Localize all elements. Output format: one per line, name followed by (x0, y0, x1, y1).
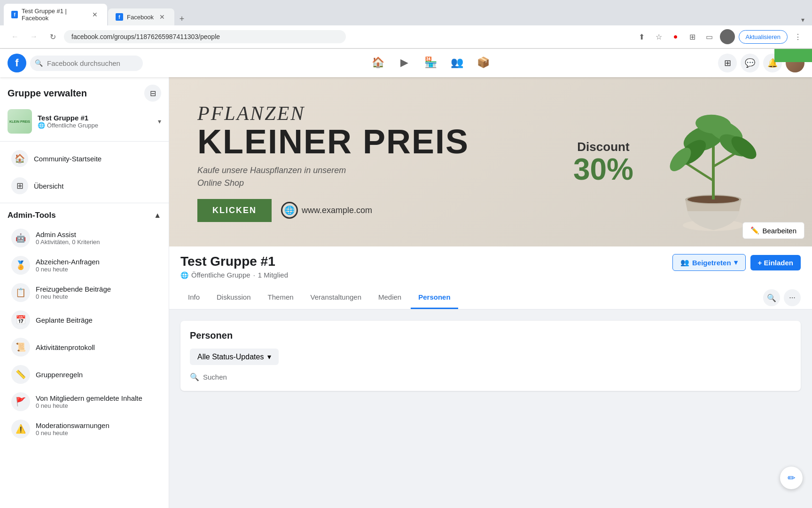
admin-tool-warnings[interactable]: ⚠️ Moderationswarnungen 0 neu heute (4, 416, 165, 442)
admin-assist-info: Admin Assist 0 Aktivitäten, 0 Kriterien (36, 230, 100, 246)
group-header-left: Test Gruppe #1 🌐 Öffentliche Gruppe · 1 … (180, 254, 288, 279)
website-link[interactable]: 🌐 www.example.com (281, 202, 372, 219)
admin-tool-rules[interactable]: 📏 Gruppenregeln (4, 361, 165, 388)
facebook-topnav: f 🔍 🏠 ▶ 🏪 👥 📦 ⊞ 💬 🔔 (0, 49, 812, 77)
messenger-icon[interactable]: 💬 (741, 54, 759, 72)
reported-label: Von Mitgliedern gemeldete Inhalte (36, 394, 142, 402)
gaming-nav-icon[interactable]: 📦 (472, 51, 494, 75)
sidebar-item-community[interactable]: 🏠 Community-Startseite (4, 145, 165, 172)
tab-2-close[interactable]: ✕ (157, 12, 167, 22)
forward-button[interactable]: → (26, 29, 41, 44)
group-header-row: Test Gruppe #1 🌐 Öffentliche Gruppe · 1 … (180, 254, 801, 279)
extensions-icon-2[interactable]: ⊞ (686, 30, 699, 43)
posts-info: Freizugebende Beiträge 0 neu heute (36, 285, 111, 300)
reported-info: Von Mitgliedern gemeldete Inhalte 0 neu … (36, 394, 142, 409)
joined-button[interactable]: 👥 Beigetreten ▾ (672, 254, 746, 271)
cover-area: PFLANZEN KLEINER PREIS Kaufe unsere Haus… (169, 77, 812, 246)
tab-bar: f Test Gruppe #1 | Facebook ✕ f Facebook… (0, 0, 812, 25)
globe-meta-icon: 🌐 (180, 271, 188, 279)
facebook-logo[interactable]: f (8, 54, 26, 72)
reload-button[interactable]: ↻ (45, 29, 60, 44)
share-icon[interactable]: ⬆ (635, 30, 648, 43)
split-view-icon[interactable]: ▭ (703, 30, 716, 43)
search-input[interactable] (30, 56, 143, 71)
back-button[interactable]: ← (8, 29, 23, 44)
cover-subtitle: Kaufe unsere Hauspflanzen in unseremOnli… (197, 164, 554, 190)
admin-tools-header[interactable]: Admin-Tools ▲ (0, 207, 169, 224)
cover-content: PFLANZEN KLEINER PREIS Kaufe unsere Haus… (169, 77, 812, 246)
filter-dropdown[interactable]: Alle Status-Updates ▾ (190, 349, 279, 365)
tab-1[interactable]: f Test Gruppe #1 | Facebook ✕ (4, 4, 107, 25)
bookmark-icon[interactable]: ☆ (652, 30, 665, 43)
badges-label: Abzeichen-Anfragen (36, 258, 100, 266)
personen-search[interactable]: 🔍 Suchen (190, 373, 791, 381)
cover-buttons: KLICKEN 🌐 www.example.com (197, 199, 554, 222)
admin-tool-scheduled[interactable]: 📅 Geplante Beiträge (4, 307, 165, 333)
admin-tool-assist[interactable]: 🤖 Admin Assist 0 Aktivitäten, 0 Kriterie… (4, 225, 165, 251)
posts-label: Freizugebende Beiträge (36, 285, 111, 293)
tab-search-button[interactable]: 🔍 (763, 289, 780, 306)
compose-button[interactable]: ✏ (780, 467, 803, 489)
group-dropdown-arrow[interactable]: ▾ (158, 118, 161, 125)
admin-tools-toggle-icon: ▲ (154, 211, 161, 220)
new-tab-button[interactable]: + (175, 12, 188, 25)
filter-label: Alle Status-Updates (197, 353, 264, 361)
tab-themen[interactable]: Themen (260, 286, 301, 309)
klicken-button[interactable]: KLICKEN (197, 199, 272, 222)
home-nav-icon[interactable]: 🏠 (367, 51, 389, 75)
admin-assist-label: Admin Assist (36, 230, 100, 238)
browser-profile[interactable] (720, 29, 735, 44)
tab-more-button[interactable]: ··· (784, 289, 801, 306)
admin-tool-posts[interactable]: 📋 Freizugebende Beiträge 0 neu heute (4, 279, 165, 306)
admin-assist-sublabel: 0 Aktivitäten, 0 Kriterien (36, 238, 100, 246)
personen-section: Personen Alle Status-Updates ▾ 🔍 Suchen (169, 310, 812, 402)
group-header-right: 👥 Beigetreten ▾ + Einladen (672, 254, 801, 271)
sidebar-panel-toggle[interactable]: ⊟ (144, 85, 161, 102)
video-nav-icon[interactable]: ▶ (393, 51, 415, 75)
scheduled-icon: 📅 (11, 310, 30, 329)
group-info: Test Gruppe #1 🌐 Öffentliche Gruppe (38, 114, 152, 129)
extensions-icon-1[interactable]: ● (669, 30, 682, 43)
divider-2 (0, 203, 169, 203)
reported-sublabel: 0 neu heute (36, 402, 142, 409)
pencil-icon: ✏️ (750, 226, 759, 235)
cover-title-big: KLEINER PREIS (197, 125, 554, 159)
tab-list-button[interactable]: ▾ (797, 14, 808, 25)
overview-icon: ⊞ (11, 177, 28, 194)
tab-2[interactable]: f Facebook ✕ (108, 8, 174, 25)
reported-icon: 🚩 (11, 392, 30, 411)
group-selector[interactable]: KLEIN PREIS Test Gruppe #1 🌐 Öffentliche… (0, 105, 169, 137)
admin-tool-badges[interactable]: 🏅 Abzeichen-Anfragen 0 neu heute (4, 252, 165, 278)
sidebar: Gruppe verwalten ⊟ KLEIN PREIS Test Grup… (0, 77, 169, 508)
edit-cover-button[interactable]: ✏️ Bearbeiten (742, 222, 804, 239)
group-meta: 🌐 Öffentliche Gruppe · 1 Mitglied (180, 271, 288, 279)
tab-veranstaltungen[interactable]: Veranstaltungen (303, 286, 369, 309)
admin-tool-activity[interactable]: 📜 Aktivitätenprotokoll (4, 334, 165, 360)
tab-diskussion[interactable]: Diskussion (209, 286, 258, 309)
admin-tools-title: Admin-Tools (8, 211, 56, 220)
sidebar-item-overview[interactable]: ⊞ Übersicht (4, 173, 165, 199)
cover-image: PFLANZEN KLEINER PREIS Kaufe unsere Haus… (169, 77, 812, 246)
tab-medien[interactable]: Medien (371, 286, 409, 309)
tab-personen[interactable]: Personen (411, 286, 458, 309)
badges-info: Abzeichen-Anfragen 0 neu heute (36, 258, 100, 273)
invite-button[interactable]: + Einladen (750, 255, 801, 270)
warnings-icon: ⚠️ (11, 420, 30, 438)
cover-text: PFLANZEN KLEINER PREIS Kaufe unsere Haus… (197, 102, 554, 222)
tab-info[interactable]: Info (180, 286, 207, 309)
apps-icon[interactable]: ⊞ (718, 54, 737, 72)
groups-nav-icon[interactable]: 👥 (445, 51, 468, 75)
address-input[interactable] (64, 30, 346, 43)
group-name-label: Test Gruppe #1 (38, 114, 152, 122)
search-wrap: 🔍 (30, 56, 143, 71)
overview-label: Übersicht (34, 182, 63, 190)
rules-info: Gruppenregeln (36, 371, 83, 379)
browser-menu-icon[interactable]: ⋮ (791, 30, 804, 43)
update-button[interactable]: Aktualisieren (739, 30, 788, 44)
tab-1-close[interactable]: ✕ (90, 10, 100, 19)
search-icon: 🔍 (35, 59, 43, 67)
admin-tool-reported[interactable]: 🚩 Von Mitgliedern gemeldete Inhalte 0 ne… (4, 389, 165, 415)
marketplace-nav-icon[interactable]: 🏪 (419, 51, 442, 75)
plant-svg (652, 87, 774, 237)
invite-label: + Einladen (758, 259, 793, 267)
